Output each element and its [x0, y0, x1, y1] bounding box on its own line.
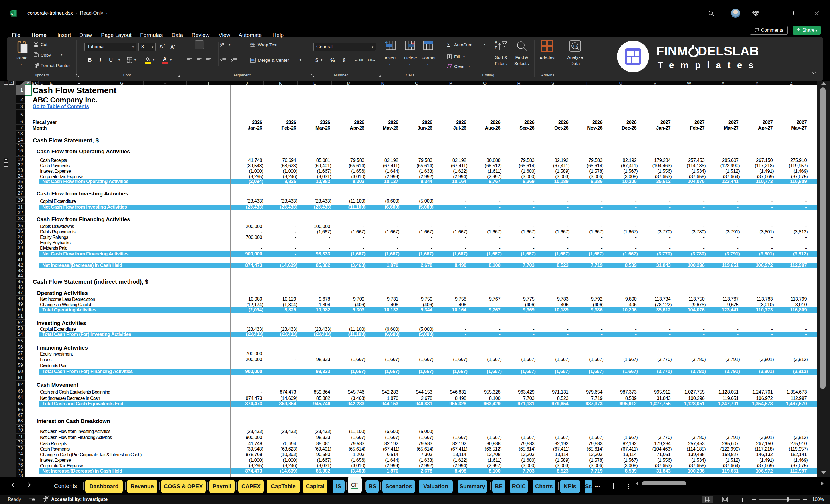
svg-text:Z: Z	[494, 45, 497, 50]
svg-text:A: A	[494, 40, 498, 45]
svg-text:ab: ab	[220, 43, 223, 45]
svg-text:x: x	[11, 11, 13, 15]
